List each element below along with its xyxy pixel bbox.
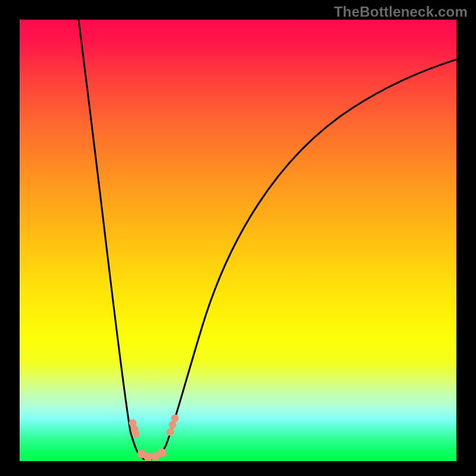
plot-area — [20, 20, 456, 461]
marker-dot — [158, 449, 167, 458]
curve-layer — [20, 20, 456, 461]
marker-dot — [171, 415, 179, 422]
chart-frame: TheBottleneck.com — [0, 0, 476, 476]
bottleneck-curve — [79, 20, 456, 459]
marker-dot — [167, 428, 174, 436]
watermark-label: TheBottleneck.com — [334, 4, 468, 20]
marker-dot — [132, 430, 140, 438]
marker-group — [129, 415, 179, 462]
